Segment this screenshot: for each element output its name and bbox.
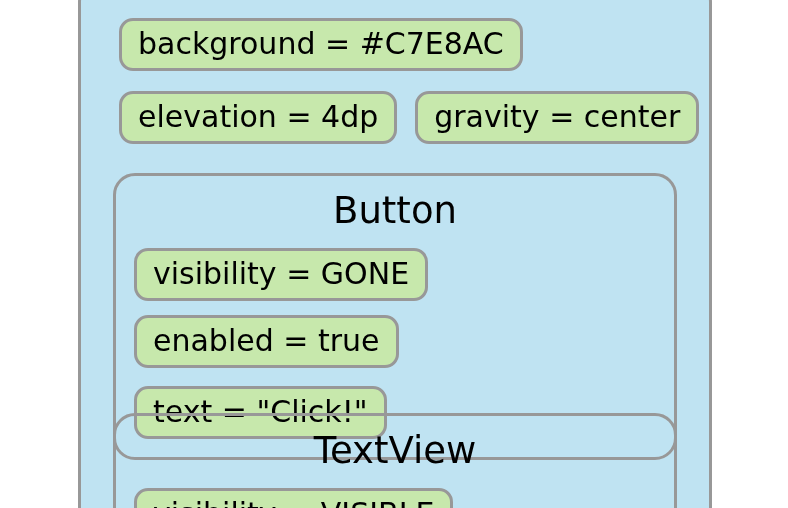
chip-button-visibility: visibility = GONE [134, 248, 428, 301]
chip-button-enabled: enabled = true [134, 315, 399, 368]
chip-gravity: gravity = center [415, 91, 699, 144]
chip-row: visibility = GONE [134, 248, 656, 301]
diagram-canvas: background = #C7E8AC elevation = 4dp gra… [0, 0, 788, 508]
chip-row: elevation = 4dp gravity = center [119, 91, 699, 144]
panel-title-button: Button [134, 188, 656, 234]
chip-elevation: elevation = 4dp [119, 91, 397, 144]
panel-textview: TextView visibility = VISIBLE id = @id/t… [113, 413, 677, 508]
chip-textview-visibility: visibility = VISIBLE [134, 488, 453, 508]
outer-container-box: background = #C7E8AC elevation = 4dp gra… [78, 0, 712, 508]
chip-row: visibility = VISIBLE id = @id/txt [134, 488, 656, 508]
panel-title-textview: TextView [134, 428, 656, 474]
chip-background: background = #C7E8AC [119, 18, 523, 71]
top-attribute-chips: background = #C7E8AC elevation = 4dp gra… [119, 18, 699, 144]
chip-row: background = #C7E8AC [119, 18, 699, 71]
